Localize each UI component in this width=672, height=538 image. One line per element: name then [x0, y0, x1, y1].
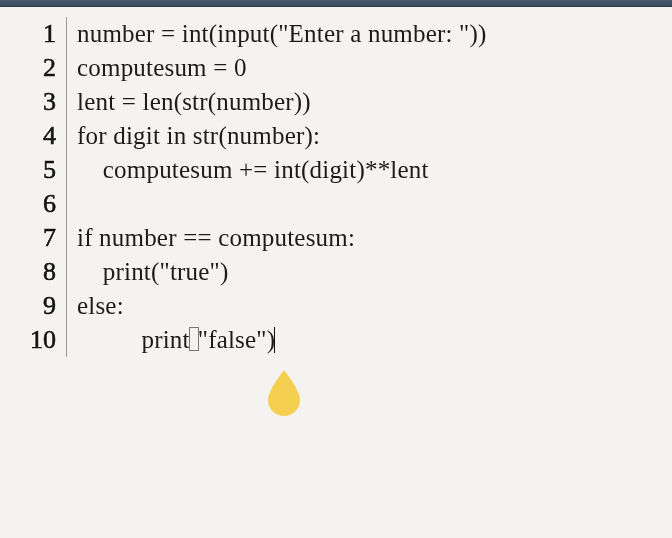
code-fragment: "false"): [198, 326, 276, 353]
code-text[interactable]: for digit in str(number):: [67, 122, 320, 150]
code-line: 3 lent = len(str(number)): [0, 85, 672, 119]
code-fragment: print: [116, 326, 190, 353]
code-text[interactable]: lent = len(str(number)): [67, 88, 311, 116]
code-line: 2 computesum = 0: [0, 51, 672, 85]
line-number: 7: [0, 223, 66, 253]
code-text[interactable]: computesum = 0: [67, 54, 247, 82]
line-number: 8: [0, 257, 66, 287]
code-line: 4 for digit in str(number):: [0, 119, 672, 153]
code-line: 10 print"false"): [0, 323, 672, 357]
line-number: 2: [0, 53, 66, 83]
line-number: 4: [0, 121, 66, 151]
text-cursor: [274, 327, 275, 353]
code-line: 1 number = int(input("Enter a number: ")…: [0, 17, 672, 51]
code-text[interactable]: print"false"): [67, 298, 275, 382]
code-line: 5 computesum += int(digit)**lent: [0, 153, 672, 187]
teardrop-marker-icon: [264, 368, 304, 408]
code-text[interactable]: number = int(input("Enter a number: ")): [67, 20, 487, 48]
code-line: 8 print("true"): [0, 255, 672, 289]
code-editor[interactable]: 1 number = int(input("Enter a number: ")…: [0, 7, 672, 357]
line-number: 1: [0, 19, 66, 49]
gutter-line: [66, 187, 67, 221]
line-number: 9: [0, 291, 66, 321]
code-text[interactable]: print("true"): [67, 258, 229, 286]
line-number: 5: [0, 155, 66, 185]
line-number: 6: [0, 189, 66, 219]
code-line: 6: [0, 187, 672, 221]
line-number: 3: [0, 87, 66, 117]
code-text[interactable]: if number == computesum:: [67, 224, 355, 252]
code-text[interactable]: computesum += int(digit)**lent: [67, 156, 429, 184]
code-line: 7 if number == computesum:: [0, 221, 672, 255]
title-bar: [0, 0, 672, 7]
line-number: 10: [0, 325, 66, 355]
